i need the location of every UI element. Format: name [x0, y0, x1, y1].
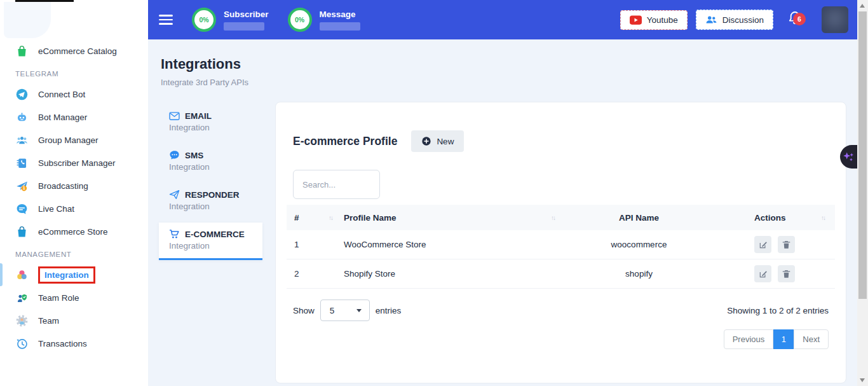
- sort-icon[interactable]: ↑↓: [821, 214, 829, 221]
- sparkles-icon: [843, 151, 855, 163]
- telegram-icon: [15, 88, 29, 101]
- message-stat-value-blurred: [320, 22, 360, 31]
- showing-entries-text: Showing 1 to 2 of 2 entries: [727, 306, 829, 315]
- page-size-select[interactable]: 5: [320, 300, 370, 321]
- sidebar-item-bot-manager[interactable]: Bot Manager: [0, 106, 148, 128]
- column-header-api-name: API Name: [559, 213, 719, 223]
- table-row: 2 Shopify Store shopify: [287, 259, 835, 289]
- row-number: 2: [294, 269, 299, 279]
- sidebar-item-team[interactable]: Team: [0, 309, 148, 332]
- new-profile-button[interactable]: New: [411, 130, 464, 152]
- shopping-bag-blue-icon: [15, 225, 29, 238]
- sidebar-item-ecommerce-store[interactable]: eCommerce Store: [0, 220, 148, 243]
- subscriber-stat-value-blurred: [224, 22, 264, 31]
- show-label: Show: [293, 306, 315, 315]
- trash-icon: [782, 240, 790, 249]
- discussion-button[interactable]: Discussion: [696, 10, 773, 30]
- table-header-row: # ↑↓ Profile Name ↑↓ API Name Actions ↑↓: [287, 205, 835, 230]
- edit-button[interactable]: [754, 265, 771, 282]
- contact-book-icon: [15, 156, 29, 170]
- message-usage-stat: 0% Message: [288, 8, 360, 32]
- sidebar-item-ecommerce-catalog[interactable]: eCommerce Catalog: [0, 39, 148, 62]
- chevron-down-icon: [356, 309, 362, 312]
- sidebar-item-label: Group Manager: [38, 135, 98, 145]
- group-icon: [15, 134, 29, 147]
- panel-title: E-commerce Profile: [293, 135, 397, 148]
- delete-button[interactable]: [778, 265, 795, 282]
- users-icon: [705, 15, 717, 25]
- sidebar-item-label: Integration: [44, 270, 89, 280]
- sidebar-item-connect-bot[interactable]: Connect Bot: [0, 83, 148, 106]
- scrollbar-down-arrow[interactable]: [860, 378, 865, 382]
- shopping-bag-green-icon: [15, 45, 29, 58]
- column-header-profile-name: Profile Name: [344, 213, 397, 223]
- row-number: 1: [294, 240, 299, 249]
- sidebar-item-team-role[interactable]: Team Role: [0, 286, 148, 309]
- sidebar-item-broadcasting[interactable]: 1 Broadcasting: [0, 174, 148, 197]
- integration-circles-icon: [15, 268, 29, 282]
- gear-person-icon: [15, 314, 29, 327]
- column-header-actions: Actions: [754, 213, 786, 223]
- sidebar-item-label: Bot Manager: [38, 113, 87, 122]
- sms-icon: [169, 150, 180, 160]
- vertical-scrollbar[interactable]: [857, 0, 868, 386]
- tab-sublabel: Integration: [169, 162, 252, 172]
- sidebar-item-transactions[interactable]: Transactions: [0, 332, 148, 355]
- tab-ecommerce-integration[interactable]: E-COMMERCE Integration: [159, 223, 262, 260]
- main-content: Integrations Integrate 3rd Party APIs EM…: [148, 39, 857, 386]
- notifications-bell[interactable]: 6: [787, 10, 803, 29]
- youtube-icon: [630, 15, 642, 25]
- user-avatar[interactable]: [822, 6, 848, 33]
- youtube-button[interactable]: Youtube: [620, 10, 688, 30]
- shopping-cart-icon: [169, 229, 180, 239]
- column-header-number: #: [294, 213, 299, 223]
- tab-label: E-COMMERCE: [185, 230, 245, 239]
- sidebar-item-group-manager[interactable]: Group Manager: [0, 128, 148, 151]
- sidebar-item-label: Team Role: [38, 293, 79, 303]
- hamburger-menu-icon[interactable]: [159, 12, 173, 27]
- sidebar-item-integration[interactable]: Integration: [0, 263, 148, 286]
- notification-count-badge: 6: [793, 13, 806, 25]
- app-window: eCommerce Catalog TELEGRAM Connect Bot: [0, 0, 868, 386]
- message-stat-label: Message: [320, 10, 360, 19]
- tab-email-integration[interactable]: EMAIL Integration: [159, 105, 262, 142]
- sidebar-section-management: MANAGEMENT: [0, 251, 148, 258]
- sort-icon[interactable]: ↑↓: [551, 214, 559, 221]
- avatar-image-blurred: [822, 6, 848, 33]
- sort-icon[interactable]: ↑↓: [329, 214, 336, 221]
- integration-subnav: EMAIL Integration SMS Integration: [159, 105, 262, 262]
- table-row: 1 WooCommerce Store woocommerce: [287, 230, 835, 259]
- youtube-button-label: Youtube: [647, 15, 678, 25]
- api-name-cell: woocommerce: [559, 240, 719, 249]
- entries-label: entries: [376, 306, 402, 315]
- scrollbar-thumb[interactable]: [858, 11, 867, 299]
- sidebar-item-label: eCommerce Store: [38, 227, 108, 237]
- ecommerce-profile-panel: E-commerce Profile New # ↑↓: [275, 102, 846, 383]
- delete-button[interactable]: [778, 236, 795, 253]
- tab-responder-integration[interactable]: RESPONDER Integration: [159, 183, 262, 221]
- current-page-button[interactable]: 1: [773, 329, 794, 349]
- sidebar-item-subscriber-manager[interactable]: Subscriber Manager: [0, 151, 148, 174]
- previous-page-button[interactable]: Previous: [724, 329, 774, 349]
- active-item-indicator: [0, 263, 3, 286]
- profiles-table: # ↑↓ Profile Name ↑↓ API Name Actions ↑↓…: [287, 205, 835, 289]
- subscriber-stat-label: Subscriber: [224, 10, 269, 19]
- app-logo[interactable]: [4, 2, 51, 38]
- sidebar: eCommerce Catalog TELEGRAM Connect Bot: [0, 0, 148, 386]
- next-page-button[interactable]: Next: [794, 329, 829, 349]
- sidebar-item-live-chat[interactable]: Live Chat: [0, 197, 148, 220]
- subscriber-usage-stat: 0% Subscriber: [192, 8, 269, 32]
- tab-sms-integration[interactable]: SMS Integration: [159, 144, 262, 181]
- trash-icon: [782, 270, 790, 279]
- pagination: Previous 1 Next: [287, 329, 835, 349]
- broadcast-icon: 1: [15, 179, 29, 193]
- discussion-button-label: Discussion: [722, 15, 764, 25]
- tab-label: SMS: [185, 151, 203, 160]
- scrollbar-up-arrow[interactable]: [860, 4, 865, 8]
- sidebar-item-label: Subscriber Manager: [38, 158, 116, 168]
- profile-name-cell: WooCommerce Store: [344, 240, 426, 249]
- sidebar-item-label: Team: [38, 316, 59, 326]
- edit-button[interactable]: [754, 236, 771, 253]
- search-input[interactable]: [293, 170, 380, 199]
- person-shield-icon: [15, 291, 29, 305]
